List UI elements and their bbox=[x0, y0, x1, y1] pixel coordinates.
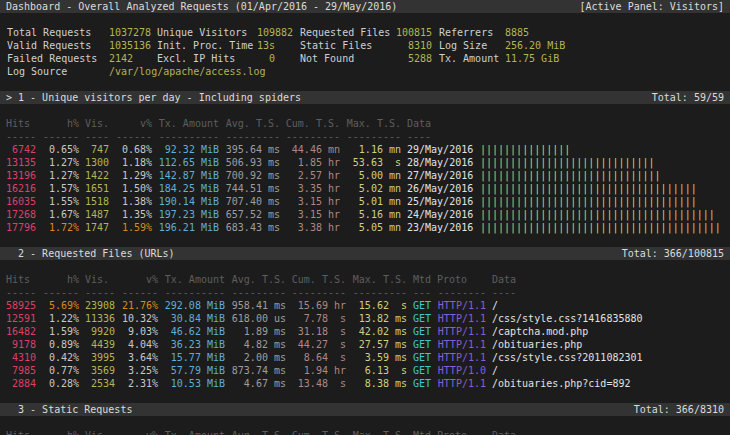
visitor-row[interactable]: 6742 0.65% 747 0.68% 92.32 MiB 395.64 ms… bbox=[0, 143, 730, 156]
visitor-row[interactable]: 16216 1.57% 1651 1.50% 184.25 MiB 744.51… bbox=[0, 182, 730, 195]
visitors-pct-column-header: v% bbox=[115, 117, 152, 130]
visitors-pct-cell: 0.68% bbox=[115, 143, 152, 156]
visitor-row[interactable]: 13196 1.27% 1422 1.29% 142.87 MiB 700.92… bbox=[0, 169, 730, 182]
http-protocol-cell: HTTP/1.1 bbox=[437, 325, 486, 338]
tx-amount-cell: 30.84 MiB bbox=[164, 312, 225, 325]
cum-ts-cell: 1.85 hr bbox=[285, 156, 340, 169]
request-row[interactable]: 12591 1.22% 11336 10.32% 30.84 MiB 618.0… bbox=[0, 312, 730, 325]
divider-dashes: ------ bbox=[42, 286, 79, 299]
hits-column-header: Hits bbox=[6, 117, 36, 130]
failed-requests-label: Failed Requests bbox=[7, 52, 97, 65]
tx-amount-label: Tx. Amount bbox=[439, 52, 499, 65]
panel-header-visitors[interactable]: > 1 - Unique visitors per day - Includin… bbox=[0, 91, 730, 104]
hits-pct-cell: 1.27% bbox=[42, 156, 79, 169]
max-ts-cell: 5.02 mn bbox=[346, 182, 401, 195]
not-found-label: Not Found bbox=[300, 52, 354, 65]
date-cell: 27/May/2016 bbox=[407, 169, 473, 182]
avg-ts-cell: 395.64 ms bbox=[225, 143, 280, 156]
divider-dashes: ------ bbox=[115, 130, 152, 143]
request-row[interactable]: 2884 0.28% 2534 2.31% 10.53 MiB 4.67 ms … bbox=[0, 377, 730, 390]
requests-table: 58925 5.69% 23908 21.76% 292.08 MiB 958.… bbox=[0, 299, 730, 390]
hits-pct-cell: 1.27% bbox=[42, 169, 79, 182]
total-requests-value: 1037278 bbox=[109, 26, 151, 39]
visitor-row[interactable]: 16035 1.55% 1518 1.38% 190.14 MiB 707.40… bbox=[0, 195, 730, 208]
avg-ts-cell: 700.92 ms bbox=[225, 169, 280, 182]
panel-header-static-requests[interactable]: 3 - Static Requests Total: 366/8310 bbox=[0, 403, 730, 416]
divider-dashes: --------- bbox=[231, 286, 286, 299]
visitor-row[interactable]: 17796 1.72% 1747 1.59% 196.21 MiB 683.43… bbox=[0, 221, 730, 234]
title-bar: Dashboard - Overall Analyzed Requests (0… bbox=[0, 0, 730, 13]
avg-ts-column-header: Avg. T.S. bbox=[225, 117, 280, 130]
visitors-column-header: Vis. bbox=[85, 117, 109, 130]
avg-ts-cell: 1.89 ms bbox=[231, 325, 286, 338]
request-row[interactable]: 58925 5.69% 23908 21.76% 292.08 MiB 958.… bbox=[0, 299, 730, 312]
request-row[interactable]: 9178 0.89% 4439 4.04% 36.23 MiB 4.82 ms … bbox=[0, 338, 730, 351]
panel-header-requests[interactable]: 2 - Requested Files (URLs) Total: 366/10… bbox=[0, 247, 730, 260]
visitors-pct-cell: 2.31% bbox=[121, 377, 158, 390]
tx-amount-cell: 36.23 MiB bbox=[164, 338, 225, 351]
visitors-pct-cell: 1.38% bbox=[115, 195, 152, 208]
request-row[interactable]: 7985 0.77% 3569 3.25% 57.79 MiB 873.74 m… bbox=[0, 364, 730, 377]
hits-cell: 12591 bbox=[6, 312, 36, 325]
cum-ts-cell: 2.57 hr bbox=[285, 169, 340, 182]
divider-dashes: ---------- bbox=[158, 130, 219, 143]
visitors-cell: 1747 bbox=[85, 221, 109, 234]
log-size-value: 256.20 MiB bbox=[505, 39, 565, 52]
avg-ts-cell: 4.67 ms bbox=[231, 377, 286, 390]
hits-pct-column-header: h% bbox=[42, 273, 79, 286]
max-ts-cell: 1.16 mn bbox=[346, 143, 401, 156]
divider-dashes: ----- bbox=[85, 286, 115, 299]
divider-dashes: --- bbox=[413, 286, 431, 299]
visitor-row[interactable]: 17268 1.67% 1487 1.35% 197.23 MiB 657.52… bbox=[0, 208, 730, 221]
date-cell: 24/May/2016 bbox=[407, 208, 473, 221]
summary-row-3: Failed Requests 2142 Excl. IP Hits 0 Not… bbox=[0, 52, 730, 65]
date-cell: 26/May/2016 bbox=[407, 182, 473, 195]
cum-ts-cell: 3.38 hr bbox=[285, 221, 340, 234]
panel-1-title: > 1 - Unique visitors per day - Includin… bbox=[6, 91, 301, 104]
tx-amount-cell: 197.23 MiB bbox=[158, 208, 219, 221]
tx-amount-cell: 112.65 MiB bbox=[158, 156, 219, 169]
url-cell: /obituaries.php bbox=[492, 338, 582, 351]
panel-2-total: Total: 366/100815 bbox=[622, 247, 724, 260]
avg-ts-cell: 4.82 ms bbox=[231, 338, 286, 351]
visitors-cell: 3569 bbox=[85, 364, 115, 377]
avg-ts-cell: 657.52 ms bbox=[225, 208, 280, 221]
avg-ts-column-header: Avg. T.S. bbox=[231, 429, 286, 435]
visitors-pct-cell: 3.25% bbox=[121, 364, 158, 377]
tx-amount-column-header: Tx. Amount bbox=[158, 117, 219, 130]
hits-column-header: Hits bbox=[6, 429, 36, 435]
tx-amount-column-header: Tx. Amount bbox=[164, 273, 225, 286]
hits-column-header: Hits bbox=[6, 273, 36, 286]
cum-ts-column-header: Cum. T.S. bbox=[285, 117, 340, 130]
http-protocol-cell: HTTP/1.1 bbox=[437, 312, 486, 325]
data-column-header: Data bbox=[407, 117, 431, 130]
request-row[interactable]: 4310 0.42% 3995 3.64% 15.77 MiB 2.00 ms … bbox=[0, 351, 730, 364]
http-method-cell: GET bbox=[413, 312, 431, 325]
visitors-pct-cell: 1.35% bbox=[115, 208, 152, 221]
not-found-value: 5288 bbox=[372, 52, 432, 65]
visitors-cell: 23908 bbox=[85, 299, 115, 312]
method-column-header: Mtd bbox=[413, 429, 431, 435]
hits-pct-cell: 1.22% bbox=[42, 312, 79, 325]
visitors-pct-cell: 1.59% bbox=[115, 221, 152, 234]
summary-section: Total Requests 1037278 Unique Visitors 1… bbox=[0, 26, 730, 78]
http-protocol-cell: HTTP/1.1 bbox=[437, 338, 486, 351]
divider-dashes: --------- bbox=[291, 286, 346, 299]
cum-ts-cell: 31.18 s bbox=[291, 325, 346, 338]
hits-cell: 16482 bbox=[6, 325, 36, 338]
hits-pct-cell: 0.77% bbox=[42, 364, 79, 377]
url-cell: /css/style.css?2011082301 bbox=[492, 351, 643, 364]
visitor-row[interactable]: 13135 1.27% 1300 1.18% 112.65 MiB 506.93… bbox=[0, 156, 730, 169]
visitors-cell: 747 bbox=[85, 143, 109, 156]
hits-pct-column-header: h% bbox=[42, 429, 79, 435]
tx-amount-cell: 46.62 MiB bbox=[164, 325, 225, 338]
divider-dashes: --------- bbox=[285, 130, 340, 143]
static-requests-column-headers: Hits h% Vis. v% Tx. Amount Avg. T.S. Cum… bbox=[0, 429, 730, 435]
visitors-table: 6742 0.65% 747 0.68% 92.32 MiB 395.64 ms… bbox=[0, 143, 730, 234]
tx-amount-cell: 196.21 MiB bbox=[158, 221, 219, 234]
visitors-pct-cell: 1.29% bbox=[115, 169, 152, 182]
referrers-label: Referrers bbox=[439, 26, 493, 39]
url-cell: / bbox=[492, 299, 498, 312]
request-row[interactable]: 16482 1.59% 9920 9.03% 46.62 MiB 1.89 ms… bbox=[0, 325, 730, 338]
divider-dashes: -------- bbox=[437, 286, 486, 299]
